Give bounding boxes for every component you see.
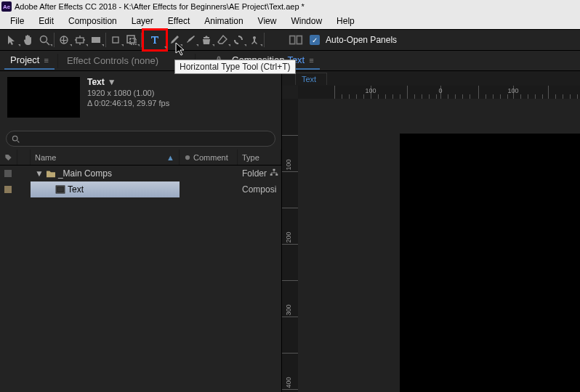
ruler-vertical: 100200300400 <box>282 99 298 392</box>
tab-project[interactable]: Project <box>4 52 55 70</box>
column-type[interactable]: Type <box>238 150 281 165</box>
column-label-color[interactable] <box>0 150 17 165</box>
svg-rect-12 <box>273 168 275 170</box>
svg-point-7 <box>253 36 256 39</box>
item-name: _Main Comps <box>58 168 112 179</box>
menu-edit[interactable]: Edit <box>31 15 61 28</box>
panel-menu-icon[interactable] <box>44 54 48 65</box>
folder-icon <box>46 169 56 178</box>
puppet-pin-tool[interactable] <box>246 32 262 48</box>
main-area: Text ▼ 1920 x 1080 (1.00) Δ 0:02:46:19, … <box>0 71 580 392</box>
menu-file[interactable]: File <box>3 15 31 28</box>
panel-menu-icon[interactable] <box>309 54 313 65</box>
project-panel: Text ▼ 1920 x 1080 (1.00) Δ 0:02:46:19, … <box>0 71 282 392</box>
column-comment-label: Comment <box>193 153 228 162</box>
canvas-area[interactable] <box>298 99 580 392</box>
svg-rect-2 <box>76 38 84 43</box>
track-xy-tool[interactable] <box>72 32 88 48</box>
search-row <box>0 128 281 150</box>
separator <box>264 33 265 47</box>
comp-resolution: 1920 x 1080 (1.00) <box>87 89 169 97</box>
svg-rect-14 <box>275 173 278 175</box>
brush-tool[interactable] <box>182 32 198 48</box>
menu-animation[interactable]: Animation <box>197 15 250 28</box>
svg-rect-4 <box>113 37 118 43</box>
separator <box>54 33 55 47</box>
composition-viewer: Text 1000100200300400 100200300400 <box>282 71 580 392</box>
title-bar: Ae Adobe After Effects CC 2018 - K:\Afte… <box>0 0 580 13</box>
rotation-tool[interactable] <box>108 32 124 48</box>
project-info: Text ▼ 1920 x 1080 (1.00) Δ 0:02:46:19, … <box>0 71 281 128</box>
sort-asc-icon: ▲ <box>166 153 174 162</box>
column-gap <box>17 150 31 165</box>
flowchart-icon[interactable] <box>270 168 278 179</box>
search-icon <box>11 134 20 144</box>
separator <box>141 33 142 47</box>
item-type: Folder <box>242 168 267 179</box>
svg-point-10 <box>12 136 17 141</box>
pen-tool[interactable] <box>166 32 182 48</box>
window-title: Adobe After Effects CC 2018 - K:\After E… <box>15 2 305 11</box>
svg-rect-16 <box>57 187 64 192</box>
chevron-down-icon[interactable]: ▼ <box>108 77 116 87</box>
column-name-label: Name <box>35 153 56 162</box>
project-table-header: Name ▲ Comment Type <box>0 150 281 166</box>
type-tool[interactable] <box>143 30 166 50</box>
label-color-chip[interactable] <box>4 186 12 193</box>
comp-name-label: Text ▼ <box>87 77 169 87</box>
column-name[interactable]: Name ▲ <box>31 150 180 165</box>
zoom-tool[interactable] <box>36 32 52 48</box>
menu-composition[interactable]: Composition <box>61 15 124 28</box>
comp-duration: Δ 0:02:46:19, 29.97 fps <box>87 99 169 107</box>
menu-help[interactable]: Help <box>329 15 362 28</box>
snapping-icon[interactable] <box>288 32 304 48</box>
menu-layer[interactable]: Layer <box>124 15 161 28</box>
menu-effect[interactable]: Effect <box>161 15 197 28</box>
project-item-comp[interactable]: Text Composi <box>0 181 281 197</box>
menu-bar: File Edit Composition Layer Effect Anima… <box>0 13 580 29</box>
auto-open-panels-checkbox[interactable] <box>310 35 320 45</box>
column-comment[interactable]: Comment <box>180 150 238 165</box>
twirl-down-icon[interactable]: ▼ <box>35 168 44 179</box>
app-icon: Ae <box>1 1 12 12</box>
viewer-tab[interactable]: Text <box>295 73 327 85</box>
svg-rect-8 <box>290 36 295 44</box>
svg-rect-3 <box>92 37 100 43</box>
label-color-chip[interactable] <box>4 170 12 177</box>
ruler-horizontal: 1000100200300400 <box>298 86 580 99</box>
item-name: Text <box>68 184 84 195</box>
composition-thumbnail[interactable] <box>7 77 80 118</box>
svg-rect-5 <box>127 36 134 43</box>
svg-point-0 <box>41 36 47 43</box>
clone-stamp-tool[interactable] <box>198 32 214 48</box>
track-z-tool[interactable] <box>88 32 104 48</box>
viewer-tab-bar: Text <box>282 71 580 86</box>
shape-tool[interactable] <box>124 32 140 48</box>
selection-tool[interactable] <box>4 32 20 48</box>
composition-canvas[interactable] <box>400 134 580 392</box>
tooltip: Horizontal Type Tool (Ctrl+T) <box>174 60 296 74</box>
svg-rect-6 <box>130 38 136 44</box>
tab-project-label: Project <box>10 54 39 65</box>
eraser-tool[interactable] <box>214 32 230 48</box>
item-type: Composi <box>238 181 281 197</box>
orbit-tool[interactable] <box>56 32 72 48</box>
comp-name-text: Text <box>87 77 105 87</box>
composition-icon <box>55 185 65 194</box>
menu-window[interactable]: Window <box>283 15 329 28</box>
svg-rect-9 <box>297 36 302 44</box>
auto-open-panels-label: Auto-Open Panels <box>326 35 397 45</box>
svg-rect-13 <box>270 173 273 175</box>
separator <box>57 54 58 68</box>
separator <box>105 33 106 47</box>
roto-brush-tool[interactable] <box>230 32 246 48</box>
tool-bar: Auto-Open Panels <box>0 29 580 51</box>
search-input[interactable] <box>6 131 275 147</box>
comment-icon <box>184 154 191 161</box>
hand-tool[interactable] <box>20 32 36 48</box>
menu-view[interactable]: View <box>251 15 284 28</box>
tab-effect-controls[interactable]: Effect Controls (none) <box>61 52 164 69</box>
toolbar-right: Auto-Open Panels <box>288 32 397 48</box>
svg-point-11 <box>185 155 190 159</box>
project-item-folder[interactable]: ▼ _Main Comps Folder <box>0 166 281 181</box>
